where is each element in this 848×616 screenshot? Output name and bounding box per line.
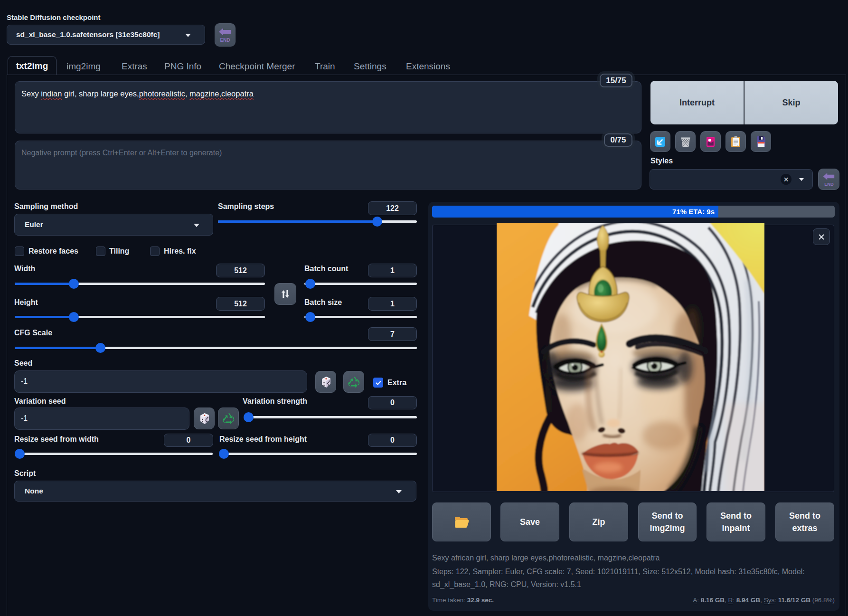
svg-text:END: END (824, 182, 834, 187)
svg-text:END: END (220, 38, 230, 43)
